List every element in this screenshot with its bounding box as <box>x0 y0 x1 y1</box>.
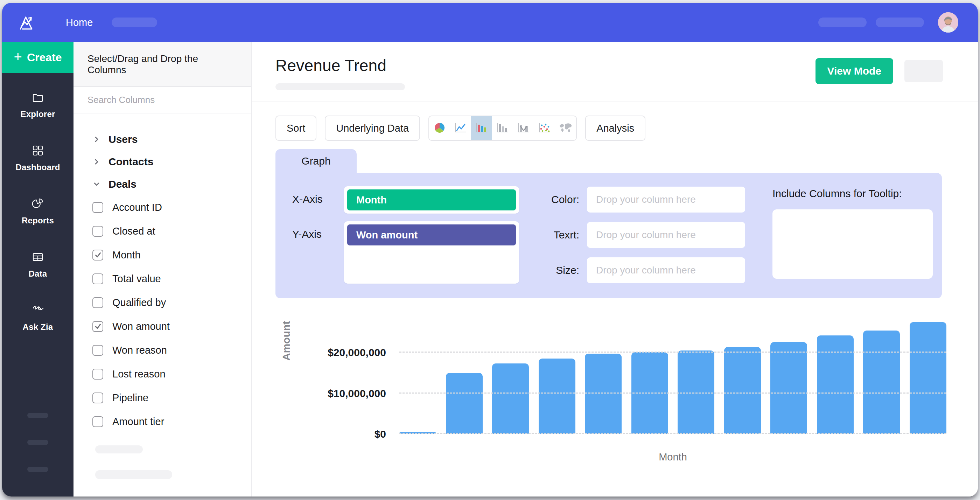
bar[interactable] <box>446 373 483 434</box>
column-group-contacts[interactable]: Contacts <box>92 151 244 173</box>
column-field-month[interactable]: Month <box>92 243 244 267</box>
gridline-10m <box>399 393 947 393</box>
sidebar-item-data[interactable]: Data <box>29 251 47 279</box>
chevron-right-icon <box>92 158 101 166</box>
chart-type-switcher <box>428 116 577 141</box>
tooltip-columns-dropzone[interactable] <box>772 209 933 279</box>
checkbox[interactable] <box>92 416 103 427</box>
graph-settings-panel: X-Axis Month Y-Axis Won amount Color: Dr… <box>275 173 942 298</box>
checkbox[interactable] <box>92 297 103 308</box>
zia-icon <box>32 304 44 318</box>
bars-container <box>399 322 947 434</box>
scatter-chart-icon[interactable] <box>534 116 555 140</box>
dashboard-grid-icon <box>32 144 44 158</box>
topbar-placeholder <box>876 18 924 27</box>
chevron-right-icon <box>92 135 101 143</box>
sidebar: + Create ExplorerDashboardReportsDataAsk… <box>2 42 73 497</box>
search-columns-input[interactable] <box>88 94 237 105</box>
gridline-0 <box>399 433 947 434</box>
sort-button[interactable]: Sort <box>275 116 317 141</box>
bar[interactable] <box>770 342 807 434</box>
view-mode-button[interactable]: View Mode <box>816 58 893 84</box>
bar-chart-icon[interactable] <box>471 116 492 140</box>
column-field-closed-at[interactable]: Closed at <box>92 219 244 243</box>
column-field-total-value[interactable]: Total value <box>92 267 244 291</box>
sidebar-item-label: Dashboard <box>15 162 60 172</box>
pie-chart-icon[interactable] <box>429 116 450 140</box>
create-button-label: Create <box>27 51 62 64</box>
column-group-deals[interactable]: Deals <box>92 173 244 195</box>
bar[interactable] <box>585 354 622 434</box>
columns-panel: Select/Drag and Drop the Columns UsersCo… <box>73 42 252 497</box>
checkbox[interactable] <box>92 369 103 379</box>
map-chart-icon[interactable] <box>555 116 576 140</box>
checkbox[interactable] <box>92 321 103 332</box>
line-chart-icon[interactable] <box>450 116 471 140</box>
sidebar-item-label: Ask Zia <box>23 322 53 332</box>
column-field-amount-tier[interactable]: Amount tier <box>92 410 244 433</box>
color-dropzone[interactable]: Drop your column here <box>587 186 745 213</box>
underlying-data-button[interactable]: Underlying Data <box>325 116 420 141</box>
analysis-button[interactable]: Analysis <box>585 116 645 141</box>
topbar-home-link[interactable]: Home <box>66 17 93 29</box>
sidebar-item-explorer[interactable]: Explorer <box>21 91 55 119</box>
column-field-won-reason[interactable]: Won reason <box>92 338 244 362</box>
column-group-users[interactable]: Users <box>92 128 244 151</box>
sidebar-item-reports[interactable]: Reports <box>22 197 54 226</box>
bar[interactable] <box>492 363 529 434</box>
y-tick-10m: $10,000,000 <box>328 388 386 400</box>
sidebar-item-dashboard[interactable]: Dashboard <box>15 144 60 172</box>
text-dropzone[interactable]: Drop your column here <box>587 222 745 248</box>
x-axis-chip-month[interactable]: Month <box>347 189 516 210</box>
color-label: Color: <box>537 194 579 205</box>
checkbox[interactable] <box>92 393 103 403</box>
gridline-20m <box>399 352 947 353</box>
size-label: Size: <box>537 264 579 276</box>
y-axis-title: Amount <box>280 321 292 361</box>
columns-placeholders <box>73 433 251 479</box>
bar[interactable] <box>910 322 947 434</box>
sidebar-item-label: Data <box>29 269 47 279</box>
header-placeholder-button[interactable] <box>904 60 943 82</box>
app-window: Home + Create ExplorerDashboardReportsDa… <box>2 3 978 497</box>
pie-report-icon <box>32 197 44 212</box>
checkbox[interactable] <box>92 250 103 261</box>
column-tree: UsersContactsDealsAccount IDClosed atMon… <box>73 113 251 433</box>
combo-chart-icon[interactable] <box>513 116 534 140</box>
column-field-account-id[interactable]: Account ID <box>92 195 244 219</box>
sidebar-item-ask-zia[interactable]: Ask Zia <box>23 304 53 332</box>
topbar-placeholder <box>818 18 867 27</box>
tab-graph[interactable]: Graph <box>275 149 356 173</box>
y-axis-dropzone[interactable]: Won amount <box>344 221 519 283</box>
checkbox[interactable] <box>92 345 103 356</box>
x-axis-dropzone[interactable]: Month <box>344 186 519 213</box>
y-axis-chip-won-amount[interactable]: Won amount <box>347 225 516 245</box>
bar[interactable] <box>724 347 761 434</box>
column-field-pipeline[interactable]: Pipeline <box>92 386 244 410</box>
user-avatar[interactable] <box>938 12 958 33</box>
bar[interactable] <box>817 336 854 434</box>
checkbox[interactable] <box>92 202 103 213</box>
bar[interactable] <box>863 331 900 434</box>
search-columns-box <box>73 87 251 113</box>
checkbox[interactable] <box>92 226 103 237</box>
analytics-logo-icon[interactable] <box>16 12 37 33</box>
plot-area: $20,000,000 $10,000,000 $0 <box>399 308 947 434</box>
y-tick-20m: $20,000,000 <box>328 347 386 358</box>
column-field-qualified-by[interactable]: Qualified by <box>92 291 244 314</box>
tooltip-columns-label: Include Columns for Tooltip: <box>772 188 933 199</box>
checkbox[interactable] <box>92 274 103 284</box>
create-button[interactable]: + Create <box>2 42 73 73</box>
x-axis-label: X-Axis <box>292 186 328 205</box>
column-field-won-amount[interactable]: Won amount <box>92 314 244 338</box>
sidebar-placeholders <box>27 413 48 472</box>
bar[interactable] <box>539 358 575 434</box>
chevron-down-icon <box>92 180 101 188</box>
sidebar-item-label: Explorer <box>21 109 55 119</box>
column-field-lost-reason[interactable]: Lost reason <box>92 362 244 386</box>
bar-descending-icon[interactable] <box>492 116 513 140</box>
page-title: Revenue Trend <box>275 56 405 75</box>
y-tick-0: $0 <box>374 428 386 440</box>
report-header: Revenue Trend View Mode <box>252 42 978 102</box>
size-dropzone[interactable]: Drop your column here <box>587 257 745 283</box>
